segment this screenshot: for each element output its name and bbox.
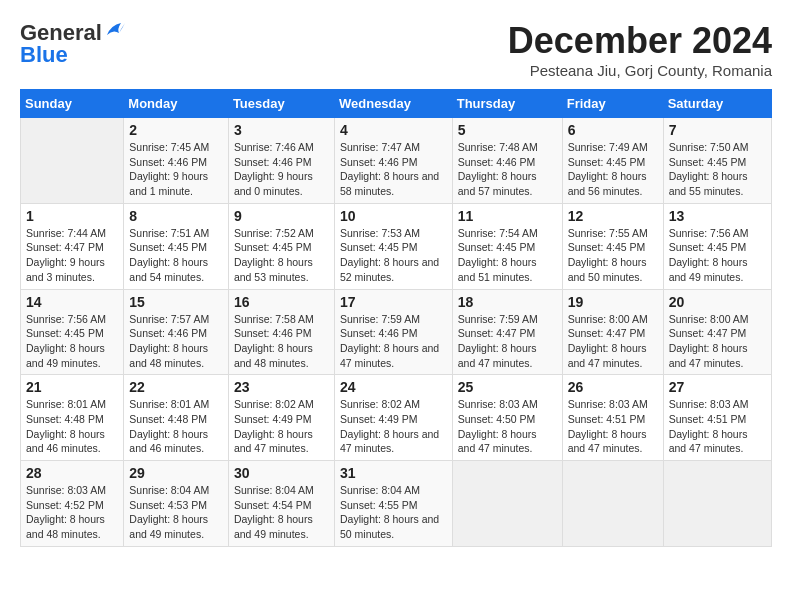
calendar-week-row: 1 Sunrise: 7:44 AM Sunset: 4:47 PM Dayli…: [21, 203, 772, 289]
day-info: Sunrise: 8:01 AM Sunset: 4:48 PM Dayligh…: [26, 397, 118, 456]
day-number: 15: [129, 294, 223, 310]
calendar-cell: [663, 461, 771, 547]
day-number: 31: [340, 465, 447, 481]
col-saturday: Saturday: [663, 90, 771, 118]
calendar-cell: [21, 118, 124, 204]
day-number: 20: [669, 294, 766, 310]
day-number: 2: [129, 122, 223, 138]
logo-bird-icon: [103, 21, 125, 41]
day-number: 14: [26, 294, 118, 310]
day-number: 9: [234, 208, 329, 224]
day-info: Sunrise: 8:02 AM Sunset: 4:49 PM Dayligh…: [340, 397, 447, 456]
logo: General Blue: [20, 20, 125, 68]
calendar-cell: 29 Sunrise: 8:04 AM Sunset: 4:53 PM Dayl…: [124, 461, 229, 547]
calendar-cell: 1 Sunrise: 7:44 AM Sunset: 4:47 PM Dayli…: [21, 203, 124, 289]
calendar-cell: 5 Sunrise: 7:48 AM Sunset: 4:46 PM Dayli…: [452, 118, 562, 204]
location: Pesteana Jiu, Gorj County, Romania: [508, 62, 772, 79]
calendar-cell: 17 Sunrise: 7:59 AM Sunset: 4:46 PM Dayl…: [334, 289, 452, 375]
day-number: 30: [234, 465, 329, 481]
logo-blue: Blue: [20, 42, 68, 68]
day-info: Sunrise: 7:59 AM Sunset: 4:46 PM Dayligh…: [340, 312, 447, 371]
day-number: 10: [340, 208, 447, 224]
day-number: 5: [458, 122, 557, 138]
day-number: 28: [26, 465, 118, 481]
day-info: Sunrise: 7:51 AM Sunset: 4:45 PM Dayligh…: [129, 226, 223, 285]
day-number: 7: [669, 122, 766, 138]
day-number: 23: [234, 379, 329, 395]
day-info: Sunrise: 7:45 AM Sunset: 4:46 PM Dayligh…: [129, 140, 223, 199]
calendar-cell: 30 Sunrise: 8:04 AM Sunset: 4:54 PM Dayl…: [228, 461, 334, 547]
calendar-header-row: Sunday Monday Tuesday Wednesday Thursday…: [21, 90, 772, 118]
day-info: Sunrise: 7:50 AM Sunset: 4:45 PM Dayligh…: [669, 140, 766, 199]
calendar-cell: 24 Sunrise: 8:02 AM Sunset: 4:49 PM Dayl…: [334, 375, 452, 461]
calendar-cell: 19 Sunrise: 8:00 AM Sunset: 4:47 PM Dayl…: [562, 289, 663, 375]
calendar-cell: 28 Sunrise: 8:03 AM Sunset: 4:52 PM Dayl…: [21, 461, 124, 547]
day-number: 18: [458, 294, 557, 310]
day-info: Sunrise: 7:48 AM Sunset: 4:46 PM Dayligh…: [458, 140, 557, 199]
day-info: Sunrise: 8:00 AM Sunset: 4:47 PM Dayligh…: [568, 312, 658, 371]
day-info: Sunrise: 8:01 AM Sunset: 4:48 PM Dayligh…: [129, 397, 223, 456]
day-number: 4: [340, 122, 447, 138]
day-number: 11: [458, 208, 557, 224]
col-wednesday: Wednesday: [334, 90, 452, 118]
col-friday: Friday: [562, 90, 663, 118]
calendar-cell: 13 Sunrise: 7:56 AM Sunset: 4:45 PM Dayl…: [663, 203, 771, 289]
col-monday: Monday: [124, 90, 229, 118]
calendar-week-row: 28 Sunrise: 8:03 AM Sunset: 4:52 PM Dayl…: [21, 461, 772, 547]
day-number: 1: [26, 208, 118, 224]
day-number: 17: [340, 294, 447, 310]
calendar-cell: 26 Sunrise: 8:03 AM Sunset: 4:51 PM Dayl…: [562, 375, 663, 461]
day-info: Sunrise: 7:56 AM Sunset: 4:45 PM Dayligh…: [26, 312, 118, 371]
calendar-cell: [452, 461, 562, 547]
col-sunday: Sunday: [21, 90, 124, 118]
calendar-cell: 3 Sunrise: 7:46 AM Sunset: 4:46 PM Dayli…: [228, 118, 334, 204]
day-number: 6: [568, 122, 658, 138]
day-info: Sunrise: 7:57 AM Sunset: 4:46 PM Dayligh…: [129, 312, 223, 371]
day-info: Sunrise: 8:04 AM Sunset: 4:53 PM Dayligh…: [129, 483, 223, 542]
day-number: 24: [340, 379, 447, 395]
calendar-cell: 9 Sunrise: 7:52 AM Sunset: 4:45 PM Dayli…: [228, 203, 334, 289]
day-number: 3: [234, 122, 329, 138]
day-number: 16: [234, 294, 329, 310]
calendar-table: Sunday Monday Tuesday Wednesday Thursday…: [20, 89, 772, 547]
day-number: 25: [458, 379, 557, 395]
calendar-cell: 22 Sunrise: 8:01 AM Sunset: 4:48 PM Dayl…: [124, 375, 229, 461]
calendar-cell: 21 Sunrise: 8:01 AM Sunset: 4:48 PM Dayl…: [21, 375, 124, 461]
month-title: December 2024: [508, 20, 772, 62]
col-thursday: Thursday: [452, 90, 562, 118]
calendar-cell: 15 Sunrise: 7:57 AM Sunset: 4:46 PM Dayl…: [124, 289, 229, 375]
day-number: 12: [568, 208, 658, 224]
calendar-week-row: 2 Sunrise: 7:45 AM Sunset: 4:46 PM Dayli…: [21, 118, 772, 204]
calendar-cell: 7 Sunrise: 7:50 AM Sunset: 4:45 PM Dayli…: [663, 118, 771, 204]
calendar-cell: 12 Sunrise: 7:55 AM Sunset: 4:45 PM Dayl…: [562, 203, 663, 289]
calendar-cell: 16 Sunrise: 7:58 AM Sunset: 4:46 PM Dayl…: [228, 289, 334, 375]
day-info: Sunrise: 7:54 AM Sunset: 4:45 PM Dayligh…: [458, 226, 557, 285]
calendar-cell: 23 Sunrise: 8:02 AM Sunset: 4:49 PM Dayl…: [228, 375, 334, 461]
day-info: Sunrise: 8:04 AM Sunset: 4:54 PM Dayligh…: [234, 483, 329, 542]
calendar-cell: 20 Sunrise: 8:00 AM Sunset: 4:47 PM Dayl…: [663, 289, 771, 375]
day-info: Sunrise: 8:03 AM Sunset: 4:51 PM Dayligh…: [568, 397, 658, 456]
title-block: December 2024 Pesteana Jiu, Gorj County,…: [508, 20, 772, 79]
day-number: 13: [669, 208, 766, 224]
day-info: Sunrise: 7:52 AM Sunset: 4:45 PM Dayligh…: [234, 226, 329, 285]
col-tuesday: Tuesday: [228, 90, 334, 118]
calendar-cell: 18 Sunrise: 7:59 AM Sunset: 4:47 PM Dayl…: [452, 289, 562, 375]
day-info: Sunrise: 7:56 AM Sunset: 4:45 PM Dayligh…: [669, 226, 766, 285]
calendar-cell: 11 Sunrise: 7:54 AM Sunset: 4:45 PM Dayl…: [452, 203, 562, 289]
day-info: Sunrise: 8:03 AM Sunset: 4:52 PM Dayligh…: [26, 483, 118, 542]
calendar-cell: [562, 461, 663, 547]
calendar-week-row: 21 Sunrise: 8:01 AM Sunset: 4:48 PM Dayl…: [21, 375, 772, 461]
calendar-cell: 8 Sunrise: 7:51 AM Sunset: 4:45 PM Dayli…: [124, 203, 229, 289]
day-number: 27: [669, 379, 766, 395]
day-info: Sunrise: 7:46 AM Sunset: 4:46 PM Dayligh…: [234, 140, 329, 199]
day-info: Sunrise: 7:47 AM Sunset: 4:46 PM Dayligh…: [340, 140, 447, 199]
calendar-cell: 31 Sunrise: 8:04 AM Sunset: 4:55 PM Dayl…: [334, 461, 452, 547]
day-number: 19: [568, 294, 658, 310]
calendar-cell: 2 Sunrise: 7:45 AM Sunset: 4:46 PM Dayli…: [124, 118, 229, 204]
day-info: Sunrise: 8:04 AM Sunset: 4:55 PM Dayligh…: [340, 483, 447, 542]
calendar-cell: 6 Sunrise: 7:49 AM Sunset: 4:45 PM Dayli…: [562, 118, 663, 204]
day-info: Sunrise: 8:03 AM Sunset: 4:50 PM Dayligh…: [458, 397, 557, 456]
day-info: Sunrise: 8:02 AM Sunset: 4:49 PM Dayligh…: [234, 397, 329, 456]
calendar-week-row: 14 Sunrise: 7:56 AM Sunset: 4:45 PM Dayl…: [21, 289, 772, 375]
day-info: Sunrise: 7:53 AM Sunset: 4:45 PM Dayligh…: [340, 226, 447, 285]
